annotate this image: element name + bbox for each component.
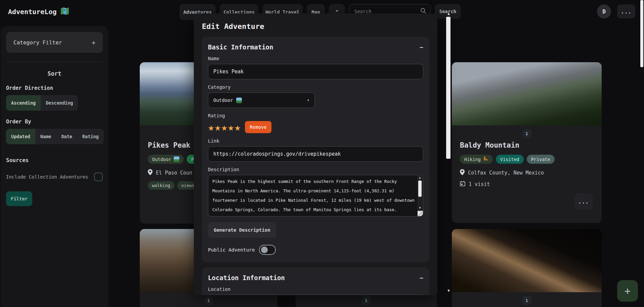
basic-information-heading: Basic Information xyxy=(208,43,273,51)
description-label: Description xyxy=(208,167,423,172)
category-badge: Hiking xyxy=(460,155,493,164)
order-direction-descending[interactable]: Descending xyxy=(41,95,78,111)
star-icon[interactable]: ★ xyxy=(228,122,234,132)
app-logo[interactable]: AdventureLog xyxy=(8,7,69,17)
plus-icon: + xyxy=(625,285,631,297)
map-pin-icon xyxy=(148,169,153,177)
ellipsis-icon: ... xyxy=(621,8,632,15)
category-badge: Outdoor xyxy=(148,155,184,164)
include-collection-row: Include Collection Adventures xyxy=(6,172,103,181)
include-collection-label: Include Collection Adventures xyxy=(6,174,88,180)
ellipsis-icon: ... xyxy=(578,198,589,205)
rating-label: Rating xyxy=(208,113,423,118)
order-by-name[interactable]: Name xyxy=(35,129,56,144)
generate-description-button[interactable]: Generate Description xyxy=(208,222,276,238)
modal-title: Edit Adventure xyxy=(202,22,429,31)
card-location-row: Colfax County, New Mexico xyxy=(460,169,594,177)
name-field[interactable] xyxy=(208,64,423,79)
category-filter-header[interactable]: Category Filter + xyxy=(6,32,103,53)
description-textarea[interactable]: Pikes Peak is the highest summit of the … xyxy=(208,175,423,217)
map-logo-icon xyxy=(60,7,69,17)
card-visits-row: 1 visit xyxy=(460,181,594,188)
landscape-emoji-icon xyxy=(174,156,179,162)
add-adventure-fab[interactable]: + xyxy=(617,280,638,302)
star-icon[interactable]: ★ xyxy=(208,122,215,132)
category-filter-label: Category Filter xyxy=(13,39,62,46)
modal-scroll-down-icon[interactable]: ▼ xyxy=(446,289,451,293)
dunes-photo[interactable] xyxy=(452,229,602,292)
collapse-icon[interactable]: − xyxy=(420,274,423,281)
public-adventure-toggle[interactable] xyxy=(259,245,276,255)
order-direction-ascending[interactable]: Ascending xyxy=(6,95,41,111)
order-by-rating[interactable]: Rating xyxy=(77,129,104,144)
scroll-up-icon[interactable]: ▲ xyxy=(417,176,423,179)
star-icon[interactable]: ★ xyxy=(215,122,221,132)
sources-heading: Sources xyxy=(6,157,103,163)
textarea-scrollbar[interactable]: ▲ ▼ xyxy=(417,176,423,216)
hiking-boot-icon xyxy=(483,156,488,162)
public-adventure-label: Public Adventure xyxy=(208,247,255,253)
edit-adventure-modal: Edit Adventure Basic Information − Name … xyxy=(194,13,437,295)
modal-scrollbar-thumb[interactable] xyxy=(446,17,450,159)
toggle-knob xyxy=(261,246,268,253)
location-information-heading: Location Information xyxy=(208,274,285,281)
visited-badge: Visited xyxy=(496,155,524,164)
avatar[interactable]: D xyxy=(597,4,611,18)
baldy-mountain-photo[interactable] xyxy=(452,62,602,125)
sort-heading: Sort xyxy=(6,70,103,77)
sidebar-divider xyxy=(6,62,103,62)
order-by-date[interactable]: Date xyxy=(56,129,77,144)
name-label: Name xyxy=(208,56,423,61)
scroll-down-icon[interactable]: ▼ xyxy=(417,206,423,209)
remove-rating-button[interactable]: Remove xyxy=(245,121,271,133)
collapse-icon[interactable]: − xyxy=(420,44,423,51)
filter-button[interactable]: Filter xyxy=(6,191,32,206)
category-label: Category xyxy=(208,84,423,90)
star-icon[interactable]: ★ xyxy=(234,122,241,132)
rating-stars: ★ ★ ★ ★ ★ Remove xyxy=(208,121,423,133)
image-count-badge: 1 xyxy=(204,296,213,305)
sidebar: Category Filter + Sort Order Direction A… xyxy=(1,26,108,307)
adventure-card-baldy-mountain[interactable]: 1 Baldy Mountain Hiking Visited Private … xyxy=(452,62,602,223)
link-field[interactable] xyxy=(208,146,423,162)
calendar-icon xyxy=(460,181,465,188)
link-label: Link xyxy=(208,138,423,144)
include-collection-checkbox[interactable] xyxy=(94,172,103,181)
image-count-badge: 1 xyxy=(362,296,371,305)
order-direction-label: Order Direction xyxy=(6,85,103,91)
order-direction-group: Ascending Descending xyxy=(6,95,78,111)
order-by-updated[interactable]: Updated xyxy=(6,129,35,144)
location-field[interactable] xyxy=(208,295,423,295)
tag-walking: walking xyxy=(148,181,174,190)
basic-information-section: Basic Information − Name Category Outdoo… xyxy=(202,37,429,262)
card-title[interactable]: Baldy Mountain xyxy=(460,141,594,149)
landscape-emoji-icon xyxy=(236,98,242,103)
navbar-more-button[interactable]: ... xyxy=(617,4,635,18)
image-count-badge: 1 xyxy=(522,129,531,138)
app-title: AdventureLog xyxy=(8,8,57,16)
category-select[interactable]: Outdoor ▾ xyxy=(208,92,315,108)
private-badge: Private xyxy=(527,155,555,164)
chevron-down-icon: ▾ xyxy=(307,98,309,103)
adventure-card-bottom-right[interactable]: 1 xyxy=(452,229,602,307)
plus-icon[interactable]: + xyxy=(92,39,95,46)
order-by-group: Updated Name Date Rating xyxy=(6,129,104,144)
textarea-resize-handle[interactable] xyxy=(418,211,423,216)
order-by-label: Order By xyxy=(6,119,103,125)
card-more-button[interactable]: ... xyxy=(574,193,593,210)
textarea-scroll-thumb[interactable] xyxy=(418,181,422,197)
image-count-badge: 1 xyxy=(522,296,531,305)
location-information-section: Location Information − Location xyxy=(202,267,429,295)
location-label: Location xyxy=(208,286,423,292)
star-icon[interactable]: ★ xyxy=(221,122,228,132)
modal-scroll-up-icon[interactable]: ▲ xyxy=(446,11,451,16)
page-scrollbar-thumb[interactable] xyxy=(640,0,643,67)
map-pin-icon xyxy=(460,169,465,177)
